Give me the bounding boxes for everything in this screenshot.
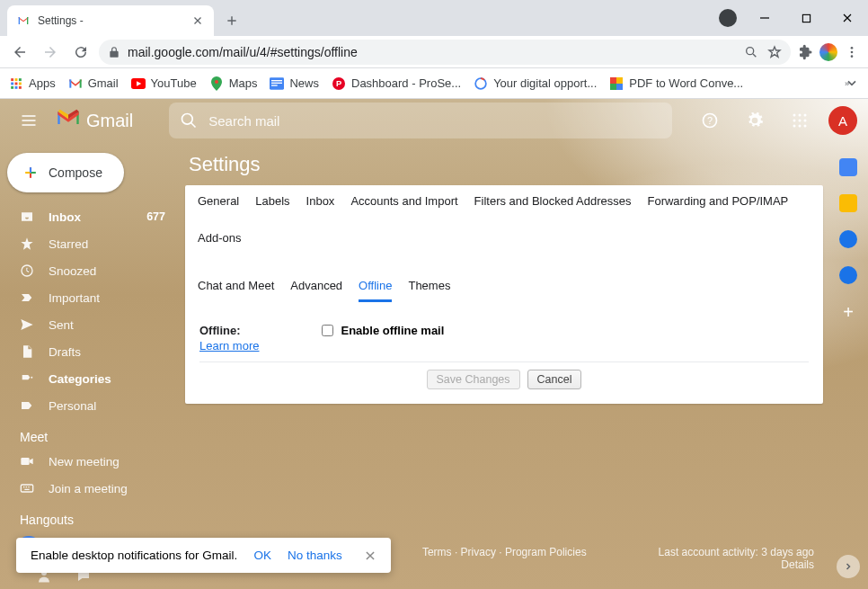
sidebar-item-categories[interactable]: Categories — [0, 365, 180, 392]
tab-filters-and-blocked-addresses[interactable]: Filters and Blocked Addresses — [474, 194, 632, 215]
contacts-icon[interactable] — [839, 266, 857, 284]
keyboard-icon — [20, 481, 36, 495]
browser-tab[interactable]: Settings - — [7, 5, 214, 36]
important-icon — [20, 290, 36, 305]
support-icon[interactable]: ? — [694, 104, 726, 137]
svg-point-15 — [215, 80, 218, 84]
meet-item-new-meeting[interactable]: New meeting — [0, 448, 180, 475]
learn-more-link[interactable]: Learn more — [199, 339, 259, 353]
settings-gear-icon[interactable] — [739, 104, 771, 137]
tab-chat-and-meet[interactable]: Chat and Meet — [198, 279, 274, 302]
bookmark-star-icon[interactable] — [767, 45, 782, 59]
meet-item-join-a-meeting[interactable]: Join a meeting — [0, 475, 180, 502]
add-addon-icon[interactable]: + — [843, 302, 854, 323]
account-avatar[interactable]: A — [828, 106, 857, 135]
svg-rect-9 — [15, 82, 18, 85]
footer-links[interactable]: Terms · Privacy · Program Policies — [422, 546, 587, 558]
bookmark-gmail[interactable]: Gmail — [68, 76, 119, 91]
bookmark-pdf[interactable]: PDF to Word Conve... — [609, 76, 743, 91]
plus-icon — [22, 164, 40, 182]
toast-no-thanks-button[interactable]: No thanks — [288, 549, 342, 562]
svg-point-35 — [799, 120, 802, 122]
tab-offline[interactable]: Offline — [359, 279, 392, 302]
svg-point-1 — [747, 47, 754, 54]
tab-accounts-and-import[interactable]: Accounts and Import — [350, 194, 457, 215]
profile-indicator-icon[interactable] — [719, 9, 737, 27]
cancel-button[interactable]: Cancel — [527, 370, 582, 389]
svg-text:»: » — [845, 78, 849, 87]
label-icon — [20, 398, 36, 413]
tasks-icon[interactable] — [839, 230, 857, 248]
svg-point-31 — [793, 114, 796, 117]
sidebar-item-inbox[interactable]: Inbox677 — [0, 203, 180, 230]
new-tab-button[interactable] — [219, 8, 244, 33]
profile-avatar-icon[interactable] — [819, 43, 837, 61]
search-icon — [180, 112, 198, 129]
bookmark-youtube[interactable]: YouTube — [131, 76, 197, 91]
svg-point-4 — [851, 55, 854, 58]
sidebar-item-personal[interactable]: Personal — [0, 392, 180, 419]
chrome-menu-icon[interactable] — [843, 43, 861, 61]
minimize-button[interactable] — [744, 0, 785, 36]
details-link[interactable]: Details — [781, 558, 814, 571]
bookmark-apps[interactable]: Apps — [9, 76, 56, 91]
draft-icon — [20, 344, 36, 359]
news-icon — [270, 76, 284, 91]
collapse-panel-icon[interactable] — [837, 555, 860, 578]
bookmark-digital[interactable]: Your digital opport... — [474, 76, 597, 91]
bookmark-news[interactable]: News — [270, 76, 319, 91]
tab-forwarding-and-pop-imap[interactable]: Forwarding and POP/IMAP — [647, 194, 788, 215]
tab-general[interactable]: General — [198, 194, 239, 215]
address-bar[interactable]: mail.google.com/mail/u/4/#settings/offli… — [99, 40, 791, 65]
svg-point-39 — [804, 125, 807, 128]
enable-offline-checkbox[interactable] — [322, 325, 333, 336]
gmail-logo[interactable]: Gmail — [56, 108, 133, 133]
bookmark-dashboard[interactable]: PDashboard - ProSe... — [332, 76, 461, 91]
svg-point-34 — [793, 120, 796, 122]
calendar-icon[interactable] — [839, 158, 857, 176]
inbox-icon — [20, 210, 36, 224]
main-content: Settings GeneralLabelsInboxAccounts and … — [180, 142, 868, 589]
tab-advanced[interactable]: Advanced — [290, 279, 342, 302]
svg-rect-26 — [616, 84, 623, 90]
star-icon — [20, 236, 36, 251]
clock-icon — [20, 263, 36, 278]
tab-add-ons[interactable]: Add-ons — [198, 231, 241, 252]
app-header: Gmail ? A — [0, 99, 868, 142]
sidebar-item-starred[interactable]: Starred — [0, 230, 180, 257]
svg-point-37 — [793, 125, 796, 128]
offline-setting-row: Offline: Learn more Enable offline mail — [199, 318, 809, 362]
sidebar-item-sent[interactable]: Sent — [0, 311, 180, 338]
close-window-button[interactable] — [827, 0, 868, 36]
svg-point-38 — [799, 125, 802, 128]
toast-close-icon[interactable] — [359, 549, 382, 562]
svg-rect-8 — [11, 82, 13, 85]
search-input[interactable] — [208, 113, 661, 129]
keep-icon[interactable] — [839, 194, 857, 212]
extensions-icon[interactable] — [796, 43, 814, 61]
tab-themes[interactable]: Themes — [408, 279, 450, 302]
bookmarks-overflow-icon[interactable]: » — [845, 78, 859, 89]
maximize-button[interactable] — [785, 0, 827, 36]
svg-point-32 — [799, 114, 802, 117]
tab-labels[interactable]: Labels — [255, 194, 289, 215]
svg-rect-10 — [19, 82, 22, 85]
sidebar-item-snoozed[interactable]: Snoozed — [0, 257, 180, 284]
reload-button[interactable] — [68, 40, 93, 65]
toast-ok-button[interactable]: OK — [253, 549, 271, 562]
svg-text:?: ? — [707, 115, 713, 126]
search-bar[interactable] — [169, 103, 672, 138]
bookmark-maps[interactable]: Maps — [209, 76, 258, 91]
save-changes-button[interactable]: Save Changes — [427, 370, 520, 389]
sidebar-item-drafts[interactable]: Drafts — [0, 338, 180, 365]
sidebar-item-important[interactable]: Important — [0, 284, 180, 311]
main-menu-icon[interactable] — [11, 103, 47, 138]
forward-button[interactable] — [38, 40, 63, 65]
toast-message: Enable desktop notifications for Gmail. — [31, 549, 237, 562]
tab-inbox[interactable]: Inbox — [306, 194, 335, 215]
zoom-icon[interactable] — [744, 45, 758, 59]
back-button[interactable] — [7, 40, 32, 65]
close-tab-icon[interactable] — [190, 13, 205, 28]
apps-launcher-icon[interactable] — [784, 104, 816, 137]
compose-button[interactable]: Compose — [7, 153, 124, 192]
